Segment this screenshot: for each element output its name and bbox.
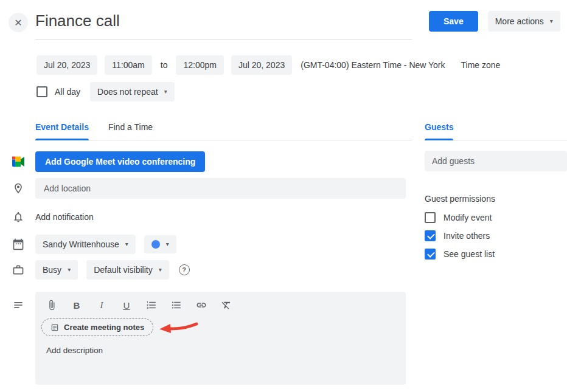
bulleted-list-icon[interactable] [171, 300, 182, 311]
details-tabs: Event Details Find a Time [35, 122, 412, 140]
tab-event-details[interactable]: Event Details [35, 122, 89, 140]
numbered-list-icon[interactable] [146, 300, 157, 311]
briefcase-icon [12, 264, 24, 276]
document-icon [50, 323, 59, 332]
underline-button[interactable]: U [121, 300, 132, 311]
busy-status-select[interactable]: Busy ▾ [35, 260, 78, 280]
chevron-down-icon: ▾ [166, 241, 169, 247]
recurrence-select[interactable]: Does not repeat ▾ [90, 82, 175, 101]
guest-permissions-title: Guest permissions [425, 194, 567, 204]
description-editor[interactable]: B I U [35, 292, 406, 385]
google-meet-icon [12, 156, 24, 168]
add-notification-button[interactable]: Add notification [35, 212, 94, 222]
all-day-label: All day [55, 87, 80, 97]
formatting-toolbar: B I U [41, 300, 395, 311]
help-icon[interactable]: ? [179, 264, 190, 275]
bell-icon [12, 211, 24, 223]
start-date-chip[interactable]: Jul 20, 2023 [37, 55, 97, 75]
bold-button[interactable]: B [71, 300, 82, 311]
permission-label: Invite others [444, 231, 490, 241]
all-day-checkbox[interactable] [37, 86, 47, 97]
add-google-meet-button[interactable]: Add Google Meet video conferencing [35, 151, 205, 172]
end-date-chip[interactable]: Jul 20, 2023 [231, 55, 292, 75]
visibility-value: Default visibility [94, 265, 152, 275]
chevron-down-icon: ▾ [550, 18, 553, 24]
invite-others-checkbox[interactable] [425, 230, 436, 241]
annotation-arrow [158, 322, 198, 334]
italic-button[interactable]: I [96, 300, 107, 311]
timezone-value[interactable]: (GMT-04:00) Eastern Time - New York [301, 60, 445, 70]
save-button[interactable]: Save [429, 11, 478, 32]
event-color-select[interactable]: ▾ [144, 235, 176, 253]
close-icon: ✕ [14, 17, 22, 29]
tab-guests[interactable]: Guests [425, 122, 453, 140]
end-time-chip[interactable]: 12:00pm [176, 55, 223, 75]
description-placeholder[interactable]: Add description [46, 346, 395, 355]
link-icon[interactable] [196, 300, 207, 311]
location-input[interactable] [35, 178, 406, 199]
recurrence-value: Does not repeat [97, 87, 158, 97]
timezone-label: Time zone [461, 60, 501, 70]
visibility-select[interactable]: Default visibility ▾ [86, 260, 169, 280]
attachment-icon[interactable] [46, 300, 57, 311]
guests-tabs: Guests [425, 122, 567, 140]
close-button[interactable]: ✕ [9, 13, 28, 32]
permission-label: Modify event [444, 213, 492, 222]
permission-row: Modify event [425, 212, 567, 223]
more-actions-button[interactable]: More actions ▾ [488, 11, 560, 32]
permission-row: See guest list [425, 249, 567, 260]
calendar-icon [12, 238, 24, 250]
see-guest-list-checkbox[interactable] [425, 249, 436, 260]
event-title[interactable]: Finance call [35, 11, 412, 30]
to-label: to [161, 60, 168, 70]
date-time-section: Jul 20, 2023 11:00am to 12:00pm Jul 20, … [37, 55, 567, 101]
permission-label: See guest list [444, 249, 495, 259]
chevron-down-icon: ▾ [159, 267, 162, 273]
permission-row: Invite others [425, 230, 567, 241]
event-color-dot [151, 240, 160, 249]
event-title-field[interactable]: Finance call [35, 11, 412, 40]
event-header: ✕ Finance call Save More actions ▾ [0, 0, 567, 40]
create-meeting-notes-label: Create meeting notes [64, 323, 144, 332]
clear-formatting-icon[interactable] [221, 300, 232, 311]
chevron-down-icon: ▾ [164, 89, 167, 95]
tab-find-a-time[interactable]: Find a Time [108, 122, 153, 140]
create-meeting-notes-button[interactable]: Create meeting notes [41, 318, 153, 336]
busy-status-value: Busy [43, 265, 61, 275]
calendar-select[interactable]: Sandy Writtenhouse ▾ [35, 235, 136, 254]
chevron-down-icon: ▾ [125, 241, 128, 247]
modify-event-checkbox[interactable] [425, 212, 436, 223]
location-pin-icon [12, 182, 24, 194]
description-lines-icon [12, 299, 24, 311]
start-time-chip[interactable]: 11:00am [105, 55, 151, 75]
more-actions-label: More actions [495, 16, 544, 26]
calendar-name: Sandy Writtenhouse [43, 239, 119, 249]
chevron-down-icon: ▾ [68, 267, 71, 273]
add-guests-input[interactable] [425, 151, 567, 171]
